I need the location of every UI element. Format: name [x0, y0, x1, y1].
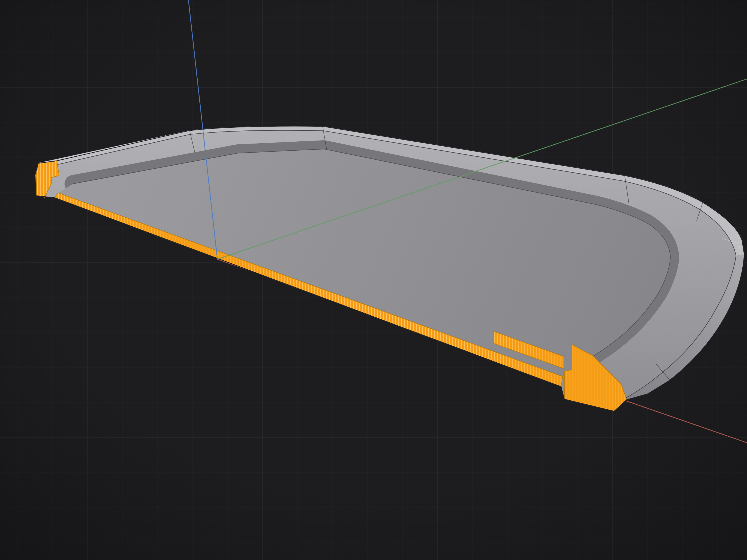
viewport-canvas[interactable]: [0, 0, 747, 560]
